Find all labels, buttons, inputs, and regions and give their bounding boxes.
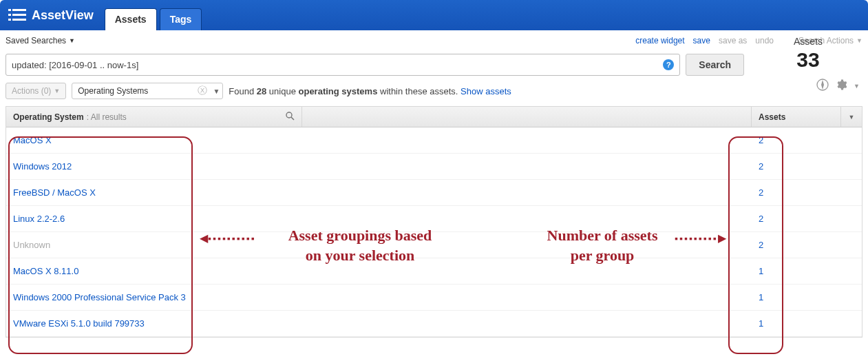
app-title: AssetView xyxy=(32,8,94,23)
actions-label: Actions (0) xyxy=(12,86,51,96)
saved-searches-dropdown[interactable]: Saved Searches ▼ xyxy=(6,36,75,45)
help-icon[interactable]: ? xyxy=(663,59,674,70)
results-table: Operating System : All results Assets ▼ … xyxy=(6,106,862,338)
create-widget-link[interactable]: create widget xyxy=(635,36,684,45)
table-row: FreeBSD / MacOS X2 xyxy=(6,180,862,206)
save-link[interactable]: save xyxy=(693,36,710,45)
column-menu[interactable]: ▼ xyxy=(841,107,862,127)
cell-assets: 1 xyxy=(752,266,841,276)
chevron-down-icon: ▼ xyxy=(54,87,60,94)
cell-assets: 2 xyxy=(752,161,841,172)
text: Found xyxy=(229,86,256,96)
column-spacer xyxy=(302,107,752,127)
cell-os: MacOS X 8.11.0 xyxy=(6,266,302,276)
chevron-down-icon[interactable]: ▼ xyxy=(854,83,860,90)
search-input[interactable] xyxy=(12,60,663,70)
os-link[interactable]: Windows 2000 Professional Service Pack 3 xyxy=(13,292,186,302)
table-row: Linux 2.2-2.62 xyxy=(6,206,862,232)
cell-assets: 1 xyxy=(752,318,841,329)
header-tabs: Assets Tags xyxy=(105,8,202,30)
search-button[interactable]: Search xyxy=(686,54,744,76)
search-input-wrap: ? xyxy=(6,54,680,76)
column-header-assets[interactable]: Assets xyxy=(752,107,841,127)
cell-assets: 2 xyxy=(752,135,841,145)
table-row: MacOS X 8.11.01 xyxy=(6,258,862,285)
show-assets-link[interactable]: Show assets xyxy=(461,86,511,96)
asset-count-link[interactable]: 2 xyxy=(759,161,763,172)
group-by-select[interactable]: Operating Systems ⓧ ▼ xyxy=(72,83,223,99)
table-row: VMware ESXi 5.1.0 build 7997331 xyxy=(6,311,862,337)
cell-os: MacOS X xyxy=(6,135,302,145)
column-header-assets-label: Assets xyxy=(759,112,785,122)
svg-line-8 xyxy=(291,117,294,120)
chevron-down-icon: ▼ xyxy=(849,114,855,121)
saved-searches-label: Saved Searches xyxy=(6,36,66,45)
asset-count-link[interactable]: 2 xyxy=(759,214,763,224)
table-row: Windows 2000 Professional Service Pack 3… xyxy=(6,285,862,311)
os-value: Unknown xyxy=(13,240,50,250)
table-row: Windows 20122 xyxy=(6,154,862,180)
chevron-down-icon: ▼ xyxy=(213,87,220,95)
svg-rect-3 xyxy=(12,14,26,16)
subbar: Saved Searches ▼ create widget save save… xyxy=(0,30,868,51)
table-body: MacOS X2Windows 20122FreeBSD / MacOS X2L… xyxy=(6,127,862,337)
os-link[interactable]: FreeBSD / MacOS X xyxy=(13,187,96,198)
assets-summary-label: Assets xyxy=(756,36,860,47)
os-link[interactable]: MacOS X 8.11.0 xyxy=(13,266,78,276)
column-header-os-label: Operating System xyxy=(13,112,84,122)
text: unique xyxy=(266,86,298,96)
svg-rect-4 xyxy=(8,19,11,21)
column-header-os-sub: : All results xyxy=(87,112,127,122)
filter-row: Actions (0) ▼ Operating Systems ⓧ ▼ Foun… xyxy=(0,79,744,103)
cell-assets: 2 xyxy=(752,187,841,198)
cell-os: Linux 2.2-2.6 xyxy=(6,214,302,224)
chevron-down-icon: ▼ xyxy=(69,37,75,44)
asset-count-link[interactable]: 2 xyxy=(759,240,763,250)
search-row: ? Search xyxy=(0,51,868,79)
group-by-value: Operating Systems xyxy=(78,86,148,96)
table-row: Unknown2 xyxy=(6,232,862,258)
cell-os: Unknown xyxy=(6,240,302,250)
actions-dropdown[interactable]: Actions (0) ▼ xyxy=(6,83,66,99)
cell-os: VMware ESXi 5.1.0 build 799733 xyxy=(6,318,302,329)
asset-count-link[interactable]: 2 xyxy=(759,187,763,198)
cell-assets: 2 xyxy=(752,240,841,250)
results-type: operating systems xyxy=(299,86,378,96)
asset-count-link[interactable]: 2 xyxy=(759,135,763,145)
clear-icon[interactable]: ⓧ xyxy=(198,85,207,97)
text: within these assets. xyxy=(377,86,461,96)
app-header: AssetView Assets Tags xyxy=(0,0,868,30)
cell-os: Windows 2012 xyxy=(6,161,302,172)
svg-rect-2 xyxy=(8,14,11,16)
os-link[interactable]: Windows 2012 xyxy=(13,161,72,172)
menu-list-icon xyxy=(8,8,26,22)
svg-rect-5 xyxy=(12,19,26,21)
svg-rect-0 xyxy=(8,9,11,11)
os-link[interactable]: Linux 2.2-2.6 xyxy=(13,214,65,224)
compass-icon[interactable] xyxy=(816,79,829,94)
os-link[interactable]: MacOS X xyxy=(13,135,52,145)
column-header-os[interactable]: Operating System : All results xyxy=(6,107,302,127)
asset-count-link[interactable]: 1 xyxy=(759,318,763,329)
cell-os: Windows 2000 Professional Service Pack 3 xyxy=(6,292,302,302)
cell-assets: 1 xyxy=(752,292,841,302)
search-icon[interactable] xyxy=(286,112,295,123)
cell-os: FreeBSD / MacOS X xyxy=(6,187,302,198)
asset-count-link[interactable]: 1 xyxy=(759,266,763,276)
svg-rect-1 xyxy=(12,9,26,11)
tab-assets[interactable]: Assets xyxy=(105,8,157,30)
cell-assets: 2 xyxy=(752,214,841,224)
save-as-link: save as xyxy=(719,36,747,45)
table-row: MacOS X2 xyxy=(6,127,862,154)
svg-point-7 xyxy=(286,112,292,118)
tab-tags[interactable]: Tags xyxy=(160,8,202,30)
gear-icon[interactable] xyxy=(836,79,847,93)
results-summary: Found 28 unique operating systems within… xyxy=(229,86,511,96)
table-header-row: Operating System : All results Assets ▼ xyxy=(6,107,862,127)
results-count: 28 xyxy=(257,86,266,96)
os-link[interactable]: VMware ESXi 5.1.0 build 799733 xyxy=(13,318,145,329)
asset-count-link[interactable]: 1 xyxy=(759,292,763,302)
